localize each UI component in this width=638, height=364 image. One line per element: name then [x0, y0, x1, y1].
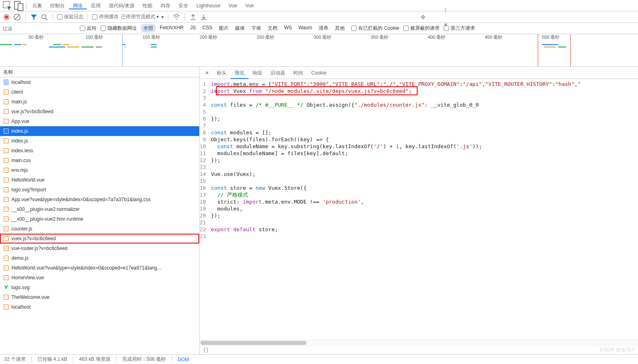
tab-vue[interactable]: Vue [241, 3, 258, 9]
request-row[interactable]: __x00__plugin-vue2:normalizer [0, 204, 199, 214]
script-icon [3, 236, 9, 241]
svg-point-9 [176, 18, 177, 20]
disable-cache-toggle[interactable]: 停用缓存 [92, 13, 119, 20]
upload-icon[interactable] [189, 13, 197, 21]
request-row[interactable]: localhost [0, 302, 199, 312]
request-row[interactable]: env.mjs [0, 165, 199, 175]
subtab-3[interactable]: 启动器 [266, 67, 289, 79]
tab-源代码/来源[interactable]: 源代码/来源 [105, 3, 139, 9]
filter-chip[interactable]: 媒体 [233, 24, 247, 33]
request-row[interactable]: App.vue?vue&type=style&index=0&scoped=7a… [0, 195, 199, 204]
filter-chip[interactable]: 图片 [216, 24, 231, 33]
subtab-4[interactable]: 时间 [289, 67, 307, 79]
timeline-tick: 100 毫秒 [86, 34, 103, 40]
hide-data-urls-toggle[interactable]: 隐藏数据网址 [101, 25, 137, 32]
tab-vue[interactable]: Vue [224, 3, 241, 9]
tab-元素[interactable]: 元素 [28, 3, 46, 9]
request-row[interactable]: HomeView.vue [0, 273, 199, 283]
filter-input[interactable] [2, 26, 76, 31]
timeline-tick: 300 毫秒 [314, 34, 331, 40]
invert-toggle[interactable]: 反转 [80, 25, 97, 32]
filter-chip[interactable]: JS [188, 24, 198, 33]
filter-chip[interactable]: 其他 [332, 24, 347, 33]
subtab-2[interactable]: 响应 [249, 67, 266, 79]
filter-chip[interactable]: WS [282, 24, 294, 33]
request-row[interactable]: TheWelcome.vue [0, 292, 199, 302]
network-timeline[interactable]: 50 毫秒100 毫秒150 毫秒200 毫秒250 毫秒300 毫秒350 毫… [0, 34, 638, 67]
tab-安全[interactable]: 安全 [174, 3, 192, 9]
close-panel-icon[interactable]: ✕ [203, 70, 211, 76]
request-row[interactable]: index.js [0, 136, 199, 146]
tab-网络[interactable]: 网络 [69, 3, 87, 9]
script-icon [3, 265, 9, 271]
request-row[interactable]: localhost [0, 77, 199, 87]
request-row[interactable]: index.js [0, 126, 199, 136]
filter-chip[interactable]: 字体 [249, 24, 264, 33]
request-list[interactable]: localhostclientmain.jsvue.js?v=bc6c6eedA… [0, 77, 199, 354]
preserve-log-toggle[interactable]: 保留日志 [57, 13, 84, 20]
request-row[interactable]: HelloWorld.vue?vue&type=style&index=0&sc… [0, 263, 199, 273]
subtab-1[interactable]: 预览 [231, 67, 249, 79]
throttling-select[interactable]: 已停用节流模式 ▾ [121, 13, 159, 20]
third-party-toggle[interactable]: 第三方请求 [444, 25, 475, 32]
filter-chip[interactable]: Fetch/XHR [157, 24, 186, 33]
clear-icon[interactable] [13, 13, 21, 21]
request-row[interactable]: demo.js [0, 253, 199, 263]
request-row[interactable]: counter.js [0, 224, 199, 234]
filter-chip[interactable]: 清单 [316, 24, 331, 33]
request-row[interactable]: HelloWorld.vue [0, 175, 199, 185]
download-icon[interactable] [200, 13, 208, 21]
horizontal-scrollbar[interactable] [200, 340, 638, 345]
tab-lighthouse[interactable]: Lighthouse [192, 3, 224, 9]
filter-chip[interactable]: CSS [200, 24, 215, 33]
timeline-tick: 500 毫秒 [542, 34, 559, 40]
chevron-down-icon[interactable]: ▾ [161, 14, 164, 20]
filter-chip[interactable]: 文档 [265, 24, 280, 33]
request-row[interactable]: App.vue [0, 116, 199, 126]
status-dom-link[interactable]: DOM [178, 357, 189, 362]
timeline-tick: 450 毫秒 [485, 34, 502, 40]
code-viewer[interactable]: 1234567891011121314151617181920212223 im… [200, 79, 638, 340]
code-line: Vue.use(Vuex); [211, 171, 638, 178]
record-icon[interactable] [2, 13, 11, 21]
request-row[interactable]: vue-router.js?v=bc6c6eed [0, 243, 199, 253]
request-row[interactable]: main.css [0, 156, 199, 165]
search-icon[interactable] [40, 13, 48, 21]
gear-icon[interactable]: ⚙ [440, 0, 451, 1]
request-row[interactable]: logo.svg [0, 283, 199, 292]
inspect-icon[interactable] [2, 0, 13, 11]
code-line: }); [211, 157, 638, 164]
code-line [211, 233, 638, 240]
request-row[interactable]: index.less [0, 146, 199, 156]
device-toggle-icon[interactable] [13, 0, 24, 11]
request-row[interactable]: vuex.js?v=bc6c6eed [0, 234, 199, 243]
tab-应用[interactable]: 应用 [87, 3, 105, 9]
tab-性能[interactable]: 性能 [139, 3, 156, 9]
svg-point-43 [6, 219, 7, 219]
code-line: modules[moduleName] = files[key].default… [211, 150, 638, 157]
request-row[interactable]: main.js [0, 97, 199, 107]
svg-rect-2 [18, 3, 23, 11]
gear-icon[interactable]: ⚙ [210, 13, 636, 21]
tab-控制台[interactable]: 控制台 [46, 3, 69, 9]
filter-chip[interactable]: Wasm [296, 24, 315, 33]
subtab-5[interactable]: Cookie [307, 67, 330, 79]
svg-point-17 [6, 92, 7, 92]
column-header-name[interactable]: 名称 [0, 67, 199, 77]
request-name: index.js [11, 138, 28, 144]
svg-point-59 [6, 307, 7, 307]
wifi-icon[interactable] [172, 13, 180, 21]
braces-indicator[interactable]: {} [200, 345, 638, 354]
blocked-cookies-toggle[interactable]: 有已拦截的 Cookie [351, 25, 399, 32]
request-name: vue.js?v=bc6c6eed [11, 109, 53, 114]
disable-cache-label: 停用缓存 [99, 13, 119, 20]
request-row[interactable]: logo.svg?import [0, 185, 199, 195]
filter-icon[interactable] [30, 13, 38, 21]
request-row[interactable]: __x00__plugin-vue2:hmr-runtime [0, 214, 199, 224]
tab-内存[interactable]: 内存 [156, 3, 174, 9]
subtab-0[interactable]: 标头 [213, 67, 231, 79]
filter-chip[interactable]: 全部 [141, 24, 156, 33]
request-row[interactable]: client [0, 87, 199, 97]
blocked-requests-toggle[interactable]: 被屏蔽的请求 [403, 25, 440, 32]
request-row[interactable]: vue.js?v=bc6c6eed [0, 107, 199, 116]
